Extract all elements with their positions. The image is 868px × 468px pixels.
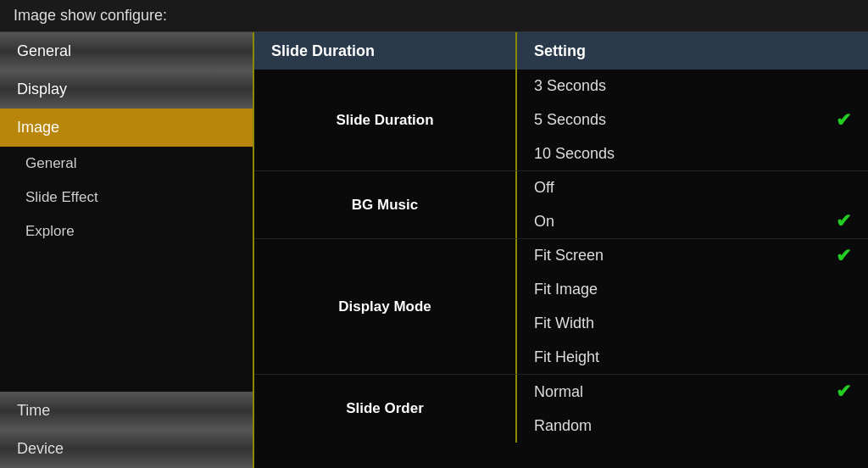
sidebar-sub-item-slide-effect[interactable]: Slide Effect (0, 181, 253, 214)
check-bg-on: ✔ (836, 210, 851, 232)
option-3-seconds[interactable]: 3 Seconds (517, 70, 868, 103)
option-fit-image[interactable]: Fit Image (517, 273, 868, 307)
option-fit-height[interactable]: Fit Height (517, 340, 868, 374)
sidebar-sub-item-explore[interactable]: Explore (0, 214, 253, 248)
group-bg-music: BG Music Off On ✔ (254, 171, 868, 239)
option-fit-screen[interactable]: Fit Screen ✔ (517, 239, 868, 273)
check-normal: ✔ (836, 381, 851, 403)
sidebar-item-image[interactable]: Image (0, 109, 253, 147)
option-5-seconds[interactable]: 5 Seconds ✔ (517, 103, 868, 137)
group-slide-order: Slide Order Normal ✔ Random (254, 375, 868, 443)
option-fit-width[interactable]: Fit Width (517, 307, 868, 341)
sidebar-item-time[interactable]: Time (0, 392, 253, 430)
sidebar-item-general[interactable]: General (0, 32, 253, 70)
group-display-mode: Display Mode Fit Screen ✔ Fit Image Fit … (254, 239, 868, 375)
sidebar: General Display Image General Slide Effe… (0, 32, 254, 468)
sidebar-item-device[interactable]: Device (0, 430, 253, 468)
title-bar: Image show configure: (0, 0, 868, 32)
check-5-seconds: ✔ (836, 109, 851, 131)
option-10-seconds[interactable]: 10 Seconds (517, 136, 868, 170)
option-bg-off[interactable]: Off (517, 171, 868, 205)
group-slide-duration: Slide Duration 3 Seconds 5 Seconds ✔ 10 … (254, 70, 868, 171)
option-bg-on[interactable]: On ✔ (517, 205, 868, 239)
middle-col-header: Slide Duration (254, 32, 517, 70)
option-random[interactable]: Random (517, 409, 868, 443)
sidebar-sub-item-general[interactable]: General (0, 147, 253, 181)
option-normal[interactable]: Normal ✔ (517, 375, 868, 409)
right-col-header: Setting (517, 32, 868, 70)
sidebar-item-display[interactable]: Display (0, 70, 253, 109)
check-fit-screen: ✔ (836, 245, 851, 267)
page-title: Image show configure: (14, 7, 167, 25)
